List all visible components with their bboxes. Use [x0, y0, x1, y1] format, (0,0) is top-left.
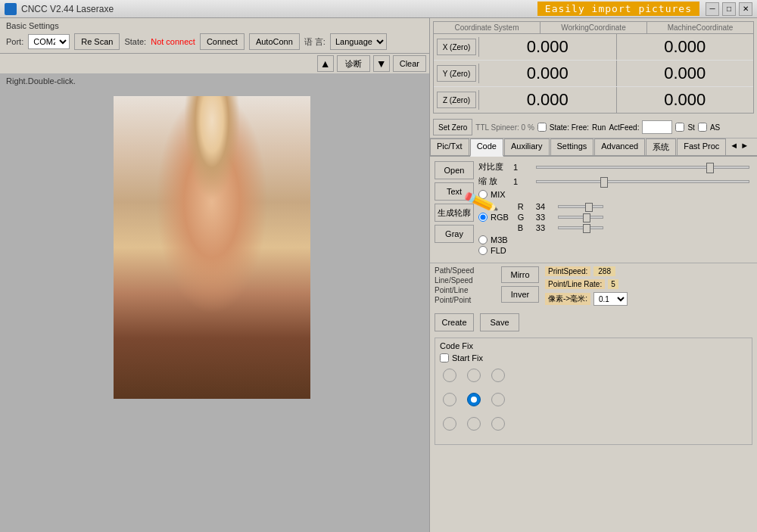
open-button[interactable]: Open	[435, 161, 474, 179]
st-checkbox[interactable]	[675, 123, 684, 132]
mirror-button[interactable]: Mirro	[501, 266, 539, 283]
pos-1-2[interactable]	[491, 393, 505, 406]
point-line-rate-row: Point/Line Rate: 5	[545, 279, 752, 289]
rgb-radio[interactable]	[478, 213, 488, 222]
connect-button[interactable]: Connect	[200, 33, 245, 50]
rgb-radio-row: RGB	[478, 213, 509, 222]
pos-0-0[interactable]	[443, 369, 456, 382]
clear-button[interactable]: Clear	[393, 55, 426, 72]
close-button[interactable]: ✕	[739, 2, 752, 16]
tab-bar: Pic/Txt Code Auxiliary Settings Advanced…	[430, 138, 757, 157]
channel-r-label: R	[518, 202, 533, 211]
controls-row: Set Zero TTL Spineer: 0 % State: Free: R…	[430, 117, 757, 138]
start-fix-label: Start Fix	[452, 353, 483, 362]
y-machine-value: 0.000	[617, 61, 754, 86]
contrast-label: 对比度	[478, 161, 509, 173]
tab-fast-proc[interactable]: Fast Proc	[677, 138, 726, 155]
pos-0-1[interactable]	[467, 369, 481, 382]
down-arrow-button[interactable]: ▼	[373, 55, 390, 72]
pos-2-2[interactable]	[491, 417, 505, 431]
m3b-radio[interactable]	[478, 235, 488, 244]
mirror-invert-section: Mirro Inver	[501, 266, 539, 303]
print-speed-value: 288	[593, 266, 615, 276]
contrast-value: 1	[513, 163, 528, 172]
pixel-select[interactable]: 0.1	[593, 292, 628, 306]
pos-2-0[interactable]	[443, 417, 456, 431]
toolbar-row: ▲ 诊断 ▼ Clear	[0, 54, 429, 73]
left-panel: Basic Settings Port: COM2 Re Scan State:…	[0, 18, 430, 532]
coord-header-system: Coordinate System	[434, 22, 540, 33]
z-zero-button[interactable]: Z (Zero)	[437, 92, 476, 108]
st-label: St	[687, 123, 694, 132]
basic-settings: Basic Settings Port: COM2 Re Scan State:…	[0, 18, 429, 54]
actfeed-input[interactable]: 500	[642, 120, 672, 134]
pixel-label: 像素->毫米:	[545, 293, 590, 305]
contrast-slider[interactable]	[536, 166, 749, 169]
coord-label-x: X (Zero)	[434, 37, 479, 57]
tab-auxiliary[interactable]: Auxiliary	[504, 138, 550, 155]
path-speed-label: Path/Speed	[435, 266, 495, 275]
channel-b-value: 33	[536, 223, 555, 232]
y-zero-button[interactable]: Y (Zero)	[437, 65, 476, 82]
coord-row-y: Y (Zero) 0.000 0.000	[434, 61, 753, 87]
rescan-button[interactable]: Re Scan	[74, 33, 120, 50]
tab-pic-txt[interactable]: Pic/Txt	[430, 138, 469, 155]
canvas-image	[114, 96, 310, 399]
tab-more-button[interactable]: ◄ ►	[727, 138, 752, 155]
line-speed-label: Line/Speed	[435, 276, 495, 285]
state-label: State:	[124, 37, 146, 46]
right-panel: Coordinate System WorkingCoordinate Mach…	[430, 18, 757, 532]
fld-radio[interactable]	[478, 246, 488, 255]
m3b-radio-row: M3B	[478, 235, 752, 244]
zoom-value: 1	[513, 177, 528, 186]
gray-button[interactable]: Gray	[435, 225, 474, 243]
point-line-rate-value: 5	[608, 279, 618, 289]
pos-1-0[interactable]	[443, 393, 456, 406]
as-checkbox[interactable]	[698, 123, 707, 132]
mix-radio[interactable]	[478, 190, 488, 199]
invert-button[interactable]: Inver	[501, 286, 539, 303]
tab-settings[interactable]: Settings	[550, 138, 594, 155]
spindle-checkbox[interactable]	[537, 123, 547, 132]
gen-contour-button[interactable]: 生成轮廓	[435, 204, 474, 222]
start-fix-checkbox[interactable]	[440, 353, 449, 362]
zoom-slider[interactable]	[536, 180, 749, 183]
tab-code[interactable]: Code	[470, 138, 503, 157]
create-button[interactable]: Create	[435, 313, 474, 331]
coord-label-y: Y (Zero)	[434, 64, 479, 83]
position-grid	[440, 366, 747, 441]
title-bar-controls: ─ □ ✕	[706, 2, 752, 16]
x-zero-button[interactable]: X (Zero)	[437, 39, 476, 55]
tab-system[interactable]: 系统	[646, 138, 676, 155]
diagnose-button[interactable]: 诊断	[337, 55, 370, 72]
title-bar-text: CNCC V2.44 Laseraxe	[21, 4, 537, 14]
contrast-thumb[interactable]	[706, 163, 714, 173]
coord-header: Coordinate System WorkingCoordinate Mach…	[434, 22, 753, 34]
port-select[interactable]: COM2	[28, 34, 70, 49]
set-zero-button[interactable]: Set Zero	[433, 119, 472, 135]
zoom-thumb[interactable]	[600, 177, 608, 188]
pos-1-1[interactable]	[467, 393, 481, 406]
tab-content: Open Text 生成轮廓 Gray 对比度 1 缩 放 1	[430, 157, 757, 263]
text-button[interactable]: Text	[435, 182, 474, 201]
coord-row-z: Z (Zero) 0.000 0.000	[434, 87, 753, 113]
minimize-button[interactable]: ─	[706, 2, 719, 16]
maximize-button[interactable]: □	[722, 2, 736, 16]
coord-header-working: WorkingCoordinate	[540, 22, 647, 33]
autoconn-button[interactable]: AutoConn	[249, 33, 300, 50]
mix-radio-row: MIX	[478, 190, 752, 199]
basic-settings-title: Basic Settings	[6, 21, 423, 30]
language-select[interactable]: Language	[330, 33, 387, 50]
canvas-area[interactable]: Right.Double-click.	[0, 73, 429, 532]
coordinate-section: Coordinate System WorkingCoordinate Mach…	[433, 21, 754, 114]
pos-0-2[interactable]	[491, 369, 505, 382]
z-working-value: 0.000	[479, 87, 617, 113]
state-value: Not connect	[151, 37, 195, 46]
save-button[interactable]: Save	[480, 313, 519, 331]
tab-advanced[interactable]: Advanced	[594, 138, 645, 155]
state-freq-label: State: Free:	[550, 123, 589, 132]
pos-2-1[interactable]	[467, 417, 481, 431]
channel-r-row: R 34	[518, 202, 603, 211]
x-machine-value: 0.000	[617, 34, 754, 60]
up-arrow-button[interactable]: ▲	[317, 55, 334, 72]
